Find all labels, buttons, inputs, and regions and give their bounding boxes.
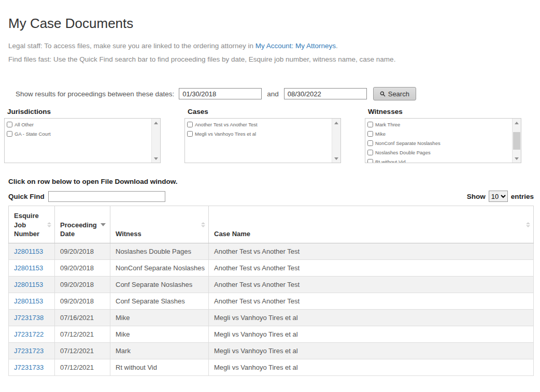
show-entries: Show 10 entries <box>467 191 534 202</box>
filter-option[interactable]: Another Test vs Another Test <box>187 121 329 128</box>
job-number-cell: J7231723 <box>9 343 55 359</box>
filter-checkbox[interactable] <box>367 150 373 155</box>
scroll-up-button[interactable] <box>152 119 160 127</box>
intro-legal-period: . <box>336 42 338 50</box>
filter-option-label: Megli vs Vanhoyo Tires et al <box>195 131 256 137</box>
filter-option[interactable]: All Other <box>7 121 149 128</box>
scrollbar[interactable] <box>151 119 160 163</box>
column-label: Esquire Job Number <box>14 212 39 238</box>
witnesses-filter: Witnesses Mark ThreeMikeNonConf Separate… <box>365 108 521 163</box>
filter-option-label: Noslashes Double Pages <box>375 150 431 155</box>
filter-option[interactable]: Megli vs Vanhoyo Tires et al <box>187 130 329 137</box>
table-row[interactable]: J2801153 09/20/2018 Noslashes Double Pag… <box>9 243 534 260</box>
filter-option-label: Rt without Vid <box>375 159 405 163</box>
case-name-cell: Another Test vs Another Test <box>209 260 534 277</box>
column-header-proceeding-date[interactable]: Proceeding Date <box>55 206 110 243</box>
jurisdictions-listbox[interactable]: All OtherGA - State Court <box>4 118 161 163</box>
filter-checkbox[interactable] <box>367 122 373 127</box>
column-label: Witness <box>116 230 141 238</box>
job-number-cell: J2801153 <box>9 277 55 293</box>
scroll-down-button[interactable] <box>332 154 340 163</box>
quick-find: Quick Find <box>8 191 165 202</box>
job-number-link[interactable]: J7231723 <box>14 347 44 355</box>
job-number-link[interactable]: J7231722 <box>14 330 44 338</box>
date-conjunction: and <box>267 90 279 98</box>
sort-desc-icon <box>101 223 106 226</box>
witness-cell: Rt without Vid <box>110 359 209 376</box>
job-number-link[interactable]: J2801153 <box>14 297 43 305</box>
filter-checkbox[interactable] <box>187 122 193 127</box>
sort-icons <box>47 222 51 227</box>
job-number-cell: J2801153 <box>9 243 55 260</box>
filter-option[interactable]: Mike <box>367 130 509 137</box>
case-name-cell: Megli vs Vanhoyo Tires et al <box>209 326 534 343</box>
job-number-link[interactable]: J7231733 <box>14 364 44 371</box>
filter-option-label: Mike <box>375 131 386 137</box>
table-row[interactable]: J2801153 09/20/2018 NonConf Separate Nos… <box>9 260 534 277</box>
scrollbar[interactable] <box>332 119 340 163</box>
filter-option[interactable]: Noslashes Double Pages <box>367 149 509 156</box>
quick-find-input[interactable] <box>48 191 165 202</box>
filter-option[interactable]: Mark Three <box>367 121 509 128</box>
proceeding-date-cell: 07/16/2021 <box>55 310 110 326</box>
scroll-down-icon <box>154 157 158 160</box>
table-controls: Quick Find Show 10 entries <box>8 191 534 202</box>
column-label: Proceeding Date <box>60 221 97 238</box>
end-date-input[interactable] <box>284 88 367 99</box>
case-name-cell: Another Test vs Another Test <box>209 293 534 310</box>
cases-filter: Cases Another Test vs Another TestMegli … <box>184 108 341 163</box>
filter-checkbox[interactable] <box>367 140 373 146</box>
column-header-esquire-job-number[interactable]: Esquire Job Number <box>9 206 55 243</box>
table-row[interactable]: J2801153 09/20/2018 Conf Separate Noslas… <box>9 277 534 293</box>
table-row[interactable]: J7231733 07/12/2021 Rt without Vid Megli… <box>9 359 534 376</box>
quick-find-label: Quick Find <box>8 193 45 200</box>
my-attorneys-link[interactable]: My Account: My Attorneys <box>255 42 336 50</box>
column-header-witness[interactable]: Witness <box>110 206 209 243</box>
table-row[interactable]: J7231738 07/16/2021 Mike Megli vs Vanhoy… <box>9 310 534 326</box>
filter-checkbox[interactable] <box>7 122 12 127</box>
job-number-link[interactable]: J2801153 <box>14 248 43 255</box>
scroll-up-button[interactable] <box>513 119 521 127</box>
filter-checkbox[interactable] <box>7 131 12 137</box>
case-name-cell: Megli vs Vanhoyo Tires et al <box>209 310 534 326</box>
scroll-up-button[interactable] <box>332 119 340 127</box>
scroll-down-icon <box>515 157 519 160</box>
witnesses-listbox[interactable]: Mark ThreeMikeNonConf Separate Noslashes… <box>365 118 521 163</box>
filter-checkbox[interactable] <box>187 131 193 137</box>
page: My Case Documents Legal staff: To access… <box>0 16 540 376</box>
filter-option[interactable]: GA - State Court <box>7 130 149 137</box>
search-button[interactable]: Search <box>373 87 416 100</box>
date-filter-row: Show results for proceedings between the… <box>16 87 534 100</box>
proceeding-date-cell: 09/20/2018 <box>55 277 110 293</box>
filter-option-label: Another Test vs Another Test <box>195 122 258 127</box>
start-date-input[interactable] <box>179 88 262 99</box>
filter-option[interactable]: NonConf Separate Noslashes <box>367 140 509 147</box>
column-header-case-name[interactable]: Case Name <box>209 206 534 243</box>
filter-option-label: NonConf Separate Noslashes <box>375 140 440 146</box>
job-number-link[interactable]: J7231738 <box>14 314 44 322</box>
job-number-link[interactable]: J2801153 <box>14 281 43 288</box>
witness-cell: Mark <box>110 343 209 359</box>
proceeding-date-cell: 09/20/2018 <box>55 293 110 310</box>
proceeding-date-cell: 07/12/2021 <box>55 326 110 343</box>
filter-section: Jurisdictions All OtherGA - State Court … <box>4 108 534 163</box>
table-row[interactable]: J7231723 07/12/2021 Mark Megli vs Vanhoy… <box>9 343 534 359</box>
scrollbar[interactable] <box>512 119 521 163</box>
case-name-cell: Another Test vs Another Test <box>209 277 534 293</box>
proceeding-date-cell: 07/12/2021 <box>55 343 110 359</box>
filter-checkbox[interactable] <box>367 159 373 163</box>
page-title: My Case Documents <box>8 16 534 32</box>
scroll-down-button[interactable] <box>513 154 521 163</box>
scroll-down-button[interactable] <box>152 154 160 163</box>
job-number-link[interactable]: J2801153 <box>14 264 43 272</box>
intro-legal-staff: Legal staff: To access files, make sure … <box>8 42 534 50</box>
table-row[interactable]: J7231722 07/12/2021 Mike Megli vs Vanhoy… <box>9 326 534 343</box>
scrollbar-thumb[interactable] <box>513 132 520 150</box>
cases-listbox[interactable]: Another Test vs Another TestMegli vs Van… <box>184 118 341 163</box>
filter-option[interactable]: Rt without Vid <box>367 158 509 163</box>
cases-title: Cases <box>188 108 341 115</box>
table-row[interactable]: J2801153 09/20/2018 Conf Separate Slashe… <box>9 293 534 310</box>
filter-option-label: All Other <box>15 122 34 127</box>
filter-checkbox[interactable] <box>367 131 373 137</box>
entries-select[interactable]: 10 <box>489 191 508 202</box>
